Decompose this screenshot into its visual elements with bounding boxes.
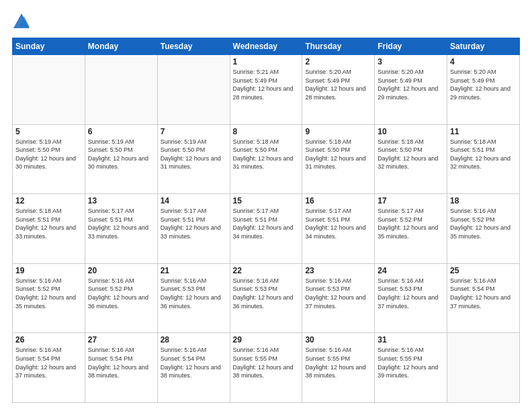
calendar-cell: 27Sunrise: 5:16 AMSunset: 5:54 PMDayligh… (85, 333, 157, 403)
day-number: 17 (378, 196, 444, 205)
calendar-header-row: SundayMondayTuesdayWednesdayThursdayFrid… (13, 38, 520, 55)
calendar-cell: 26Sunrise: 5:16 AMSunset: 5:54 PMDayligh… (13, 333, 85, 403)
cell-info: Sunrise: 5:16 AMSunset: 5:52 PMDaylight:… (450, 207, 517, 240)
day-number: 30 (305, 335, 371, 345)
cell-info: Sunrise: 5:16 AMSunset: 5:52 PMDaylight:… (15, 277, 82, 310)
cell-info: Sunrise: 5:20 AMSunset: 5:49 PMDaylight:… (450, 68, 517, 101)
day-number: 22 (233, 266, 300, 275)
cell-info: Sunrise: 5:17 AMSunset: 5:52 PMDaylight:… (378, 207, 444, 240)
logo-icon (12, 12, 31, 31)
cell-info: Sunrise: 5:16 AMSunset: 5:55 PMDaylight:… (378, 346, 444, 379)
calendar-week-row: 19Sunrise: 5:16 AMSunset: 5:52 PMDayligh… (13, 263, 520, 333)
calendar-cell (85, 55, 157, 125)
day-number: 12 (15, 196, 82, 205)
logo (12, 12, 34, 31)
day-number: 31 (378, 335, 444, 345)
day-number: 11 (450, 127, 517, 136)
cell-info: Sunrise: 5:16 AMSunset: 5:52 PMDaylight:… (88, 277, 154, 310)
day-of-week-header: Monday (85, 38, 157, 55)
cell-info: Sunrise: 5:19 AMSunset: 5:50 PMDaylight:… (15, 138, 82, 171)
cell-info: Sunrise: 5:18 AMSunset: 5:51 PMDaylight:… (450, 138, 517, 171)
calendar-cell: 23Sunrise: 5:16 AMSunset: 5:53 PMDayligh… (302, 263, 375, 333)
cell-info: Sunrise: 5:16 AMSunset: 5:55 PMDaylight:… (233, 346, 300, 379)
header (12, 12, 520, 31)
day-of-week-header: Tuesday (157, 38, 230, 55)
calendar-cell: 13Sunrise: 5:17 AMSunset: 5:51 PMDayligh… (85, 194, 157, 264)
calendar-cell: 12Sunrise: 5:18 AMSunset: 5:51 PMDayligh… (13, 194, 85, 264)
day-number: 21 (161, 266, 227, 275)
calendar-week-row: 1Sunrise: 5:21 AMSunset: 5:49 PMDaylight… (13, 55, 520, 125)
cell-info: Sunrise: 5:17 AMSunset: 5:51 PMDaylight:… (233, 207, 300, 240)
calendar-cell: 9Sunrise: 5:18 AMSunset: 5:50 PMDaylight… (302, 124, 375, 194)
day-number: 27 (88, 335, 154, 345)
cell-info: Sunrise: 5:17 AMSunset: 5:51 PMDaylight:… (161, 207, 227, 240)
calendar-cell: 22Sunrise: 5:16 AMSunset: 5:53 PMDayligh… (230, 263, 302, 333)
day-number: 13 (88, 196, 154, 205)
calendar-cell: 20Sunrise: 5:16 AMSunset: 5:52 PMDayligh… (85, 263, 157, 333)
calendar-cell: 8Sunrise: 5:18 AMSunset: 5:50 PMDaylight… (230, 124, 302, 194)
cell-info: Sunrise: 5:16 AMSunset: 5:55 PMDaylight:… (305, 346, 371, 379)
calendar-cell: 25Sunrise: 5:16 AMSunset: 5:54 PMDayligh… (447, 263, 520, 333)
day-number: 14 (161, 196, 227, 205)
calendar-cell (447, 333, 520, 403)
cell-info: Sunrise: 5:19 AMSunset: 5:50 PMDaylight:… (161, 138, 227, 171)
cell-info: Sunrise: 5:16 AMSunset: 5:53 PMDaylight:… (378, 277, 444, 310)
calendar-cell (13, 55, 85, 125)
calendar-cell: 29Sunrise: 5:16 AMSunset: 5:55 PMDayligh… (230, 333, 302, 403)
day-number: 15 (233, 196, 300, 205)
day-number: 23 (305, 266, 371, 275)
calendar-week-row: 12Sunrise: 5:18 AMSunset: 5:51 PMDayligh… (13, 194, 520, 264)
cell-info: Sunrise: 5:16 AMSunset: 5:54 PMDaylight:… (88, 346, 154, 379)
day-number: 24 (378, 266, 444, 275)
cell-info: Sunrise: 5:16 AMSunset: 5:53 PMDaylight:… (233, 277, 300, 310)
cell-info: Sunrise: 5:20 AMSunset: 5:49 PMDaylight:… (378, 68, 444, 101)
calendar-cell: 10Sunrise: 5:18 AMSunset: 5:50 PMDayligh… (375, 124, 447, 194)
calendar-cell: 5Sunrise: 5:19 AMSunset: 5:50 PMDaylight… (13, 124, 85, 194)
calendar-cell: 19Sunrise: 5:16 AMSunset: 5:52 PMDayligh… (13, 263, 85, 333)
calendar-cell: 28Sunrise: 5:16 AMSunset: 5:54 PMDayligh… (157, 333, 230, 403)
calendar-cell: 11Sunrise: 5:18 AMSunset: 5:51 PMDayligh… (447, 124, 520, 194)
cell-info: Sunrise: 5:19 AMSunset: 5:50 PMDaylight:… (88, 138, 154, 171)
calendar-cell: 24Sunrise: 5:16 AMSunset: 5:53 PMDayligh… (375, 263, 447, 333)
cell-info: Sunrise: 5:18 AMSunset: 5:51 PMDaylight:… (15, 207, 82, 240)
cell-info: Sunrise: 5:16 AMSunset: 5:53 PMDaylight:… (305, 277, 371, 310)
day-number: 9 (305, 127, 371, 136)
day-number: 3 (378, 57, 444, 66)
calendar-table: SundayMondayTuesdayWednesdayThursdayFrid… (12, 38, 520, 403)
calendar-cell (157, 55, 230, 125)
calendar-cell: 30Sunrise: 5:16 AMSunset: 5:55 PMDayligh… (302, 333, 375, 403)
day-of-week-header: Wednesday (230, 38, 302, 55)
day-number: 26 (15, 335, 82, 345)
cell-info: Sunrise: 5:16 AMSunset: 5:54 PMDaylight:… (450, 277, 517, 310)
day-number: 25 (450, 266, 517, 275)
day-number: 1 (233, 57, 300, 66)
calendar-cell: 2Sunrise: 5:20 AMSunset: 5:49 PMDaylight… (302, 55, 375, 125)
cell-info: Sunrise: 5:18 AMSunset: 5:50 PMDaylight:… (233, 138, 300, 171)
calendar-cell: 14Sunrise: 5:17 AMSunset: 5:51 PMDayligh… (157, 194, 230, 264)
calendar-week-row: 5Sunrise: 5:19 AMSunset: 5:50 PMDaylight… (13, 124, 520, 194)
cell-info: Sunrise: 5:18 AMSunset: 5:50 PMDaylight:… (305, 138, 371, 171)
cell-info: Sunrise: 5:16 AMSunset: 5:54 PMDaylight:… (161, 346, 227, 379)
calendar-cell: 18Sunrise: 5:16 AMSunset: 5:52 PMDayligh… (447, 194, 520, 264)
calendar-cell: 7Sunrise: 5:19 AMSunset: 5:50 PMDaylight… (157, 124, 230, 194)
day-number: 6 (88, 127, 154, 136)
calendar-cell: 15Sunrise: 5:17 AMSunset: 5:51 PMDayligh… (230, 194, 302, 264)
calendar-cell: 6Sunrise: 5:19 AMSunset: 5:50 PMDaylight… (85, 124, 157, 194)
cell-info: Sunrise: 5:20 AMSunset: 5:49 PMDaylight:… (305, 68, 371, 101)
day-of-week-header: Sunday (13, 38, 85, 55)
day-number: 18 (450, 196, 517, 205)
day-of-week-header: Thursday (302, 38, 375, 55)
day-number: 10 (378, 127, 444, 136)
cell-info: Sunrise: 5:16 AMSunset: 5:53 PMDaylight:… (161, 277, 227, 310)
day-number: 8 (233, 127, 300, 136)
cell-info: Sunrise: 5:17 AMSunset: 5:51 PMDaylight:… (88, 207, 154, 240)
calendar-cell: 16Sunrise: 5:17 AMSunset: 5:51 PMDayligh… (302, 194, 375, 264)
calendar-week-row: 26Sunrise: 5:16 AMSunset: 5:54 PMDayligh… (13, 333, 520, 403)
page: SundayMondayTuesdayWednesdayThursdayFrid… (0, 0, 532, 411)
calendar-cell: 4Sunrise: 5:20 AMSunset: 5:49 PMDaylight… (447, 55, 520, 125)
day-number: 7 (161, 127, 227, 136)
cell-info: Sunrise: 5:17 AMSunset: 5:51 PMDaylight:… (305, 207, 371, 240)
calendar-cell: 17Sunrise: 5:17 AMSunset: 5:52 PMDayligh… (375, 194, 447, 264)
day-number: 20 (88, 266, 154, 275)
day-number: 19 (15, 266, 82, 275)
